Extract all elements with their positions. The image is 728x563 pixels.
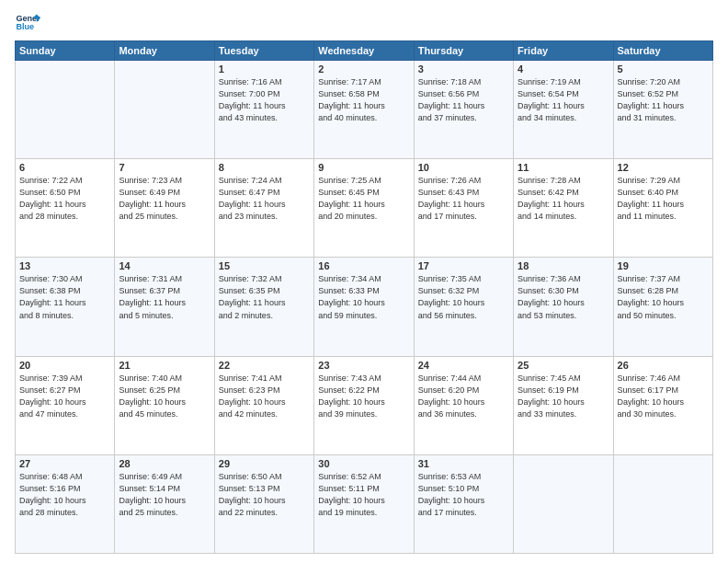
day-number: 9 (318, 162, 409, 173)
day-number: 17 (418, 260, 509, 271)
day-detail: Sunrise: 7:45 AM Sunset: 6:19 PM Dayligh… (518, 373, 609, 420)
day-number: 26 (618, 360, 709, 371)
calendar-cell: 4Sunrise: 7:19 AM Sunset: 6:54 PM Daylig… (514, 61, 613, 159)
calendar-cell: 19Sunrise: 7:37 AM Sunset: 6:28 PM Dayli… (613, 258, 712, 356)
day-detail: Sunrise: 7:17 AM Sunset: 6:58 PM Dayligh… (318, 76, 409, 124)
calendar-cell: 13Sunrise: 7:30 AM Sunset: 6:38 PM Dayli… (16, 258, 115, 356)
calendar-cell (514, 454, 613, 553)
day-detail: Sunrise: 7:22 AM Sunset: 6:50 PM Dayligh… (19, 175, 110, 223)
day-detail: Sunrise: 6:50 AM Sunset: 5:13 PM Dayligh… (219, 471, 310, 519)
calendar-cell: 14Sunrise: 7:31 AM Sunset: 6:37 PM Dayli… (115, 258, 214, 356)
calendar-cell: 3Sunrise: 7:18 AM Sunset: 6:56 PM Daylig… (414, 61, 513, 159)
day-detail: Sunrise: 7:16 AM Sunset: 7:00 PM Dayligh… (219, 76, 310, 124)
day-detail: Sunrise: 7:34 AM Sunset: 6:33 PM Dayligh… (318, 273, 409, 321)
day-detail: Sunrise: 7:20 AM Sunset: 6:52 PM Dayligh… (618, 76, 709, 124)
calendar-cell (115, 61, 214, 159)
day-number: 15 (219, 260, 310, 271)
day-detail: Sunrise: 7:29 AM Sunset: 6:40 PM Dayligh… (618, 175, 709, 223)
calendar-cell: 12Sunrise: 7:29 AM Sunset: 6:40 PM Dayli… (613, 159, 712, 258)
week-row-4: 20Sunrise: 7:39 AM Sunset: 6:27 PM Dayli… (16, 356, 713, 454)
day-number: 11 (518, 162, 609, 173)
weekday-header-saturday: Saturday (613, 41, 712, 61)
day-detail: Sunrise: 7:18 AM Sunset: 6:56 PM Dayligh… (418, 76, 509, 124)
day-number: 8 (219, 162, 310, 173)
day-detail: Sunrise: 7:28 AM Sunset: 6:42 PM Dayligh… (518, 175, 609, 223)
calendar-cell: 20Sunrise: 7:39 AM Sunset: 6:27 PM Dayli… (16, 356, 115, 454)
calendar-cell: 17Sunrise: 7:35 AM Sunset: 6:32 PM Dayli… (414, 258, 513, 356)
day-detail: Sunrise: 7:43 AM Sunset: 6:22 PM Dayligh… (318, 373, 409, 420)
calendar-cell: 15Sunrise: 7:32 AM Sunset: 6:35 PM Dayli… (214, 258, 313, 356)
week-row-3: 13Sunrise: 7:30 AM Sunset: 6:38 PM Dayli… (16, 258, 713, 356)
calendar-cell: 6Sunrise: 7:22 AM Sunset: 6:50 PM Daylig… (16, 159, 115, 258)
calendar-cell: 25Sunrise: 7:45 AM Sunset: 6:19 PM Dayli… (514, 356, 613, 454)
calendar-cell: 8Sunrise: 7:24 AM Sunset: 6:47 PM Daylig… (214, 159, 313, 258)
day-detail: Sunrise: 7:31 AM Sunset: 6:37 PM Dayligh… (119, 273, 210, 321)
day-detail: Sunrise: 7:30 AM Sunset: 6:38 PM Dayligh… (19, 273, 110, 321)
calendar-cell: 5Sunrise: 7:20 AM Sunset: 6:52 PM Daylig… (613, 61, 712, 159)
calendar-cell: 23Sunrise: 7:43 AM Sunset: 6:22 PM Dayli… (314, 356, 414, 454)
day-number: 1 (219, 63, 310, 75)
weekday-header-monday: Monday (115, 41, 214, 61)
calendar-cell: 31Sunrise: 6:53 AM Sunset: 5:10 PM Dayli… (414, 454, 513, 553)
day-number: 13 (19, 260, 110, 271)
day-number: 21 (119, 360, 210, 371)
day-number: 23 (318, 360, 409, 371)
day-detail: Sunrise: 7:37 AM Sunset: 6:28 PM Dayligh… (618, 273, 709, 321)
day-number: 22 (219, 360, 310, 371)
day-detail: Sunrise: 7:35 AM Sunset: 6:32 PM Dayligh… (418, 273, 509, 321)
calendar-cell: 26Sunrise: 7:46 AM Sunset: 6:17 PM Dayli… (613, 356, 712, 454)
weekday-header-tuesday: Tuesday (214, 41, 313, 61)
day-detail: Sunrise: 7:24 AM Sunset: 6:47 PM Dayligh… (219, 175, 310, 223)
weekday-header-sunday: Sunday (16, 41, 115, 61)
day-number: 18 (518, 260, 609, 271)
day-number: 28 (119, 458, 210, 469)
calendar-cell: 2Sunrise: 7:17 AM Sunset: 6:58 PM Daylig… (314, 61, 414, 159)
day-number: 31 (418, 458, 509, 469)
logo: General Blue (15, 9, 40, 35)
weekday-header-thursday: Thursday (414, 41, 513, 61)
logo-icon: General Blue (15, 9, 40, 35)
day-number: 25 (518, 360, 609, 371)
calendar-cell: 24Sunrise: 7:44 AM Sunset: 6:20 PM Dayli… (414, 356, 513, 454)
day-number: 30 (318, 458, 409, 469)
day-detail: Sunrise: 7:19 AM Sunset: 6:54 PM Dayligh… (518, 76, 609, 124)
day-detail: Sunrise: 7:44 AM Sunset: 6:20 PM Dayligh… (418, 373, 509, 420)
calendar-cell: 10Sunrise: 7:26 AM Sunset: 6:43 PM Dayli… (414, 159, 513, 258)
calendar-cell: 28Sunrise: 6:49 AM Sunset: 5:14 PM Dayli… (115, 454, 214, 553)
day-detail: Sunrise: 7:41 AM Sunset: 6:23 PM Dayligh… (219, 373, 310, 420)
day-detail: Sunrise: 7:40 AM Sunset: 6:25 PM Dayligh… (119, 373, 210, 420)
calendar-cell: 27Sunrise: 6:48 AM Sunset: 5:16 PM Dayli… (16, 454, 115, 553)
day-detail: Sunrise: 7:25 AM Sunset: 6:45 PM Dayligh… (318, 175, 409, 223)
day-detail: Sunrise: 7:23 AM Sunset: 6:49 PM Dayligh… (119, 175, 210, 223)
day-detail: Sunrise: 6:48 AM Sunset: 5:16 PM Dayligh… (19, 471, 110, 519)
day-detail: Sunrise: 7:32 AM Sunset: 6:35 PM Dayligh… (219, 273, 310, 321)
day-number: 7 (119, 162, 210, 173)
calendar-cell: 30Sunrise: 6:52 AM Sunset: 5:11 PM Dayli… (314, 454, 414, 553)
day-number: 4 (518, 63, 609, 75)
day-number: 6 (19, 162, 110, 173)
weekday-header-wednesday: Wednesday (314, 41, 414, 61)
calendar-cell (16, 61, 115, 159)
calendar-cell: 18Sunrise: 7:36 AM Sunset: 6:30 PM Dayli… (514, 258, 613, 356)
week-row-1: 1Sunrise: 7:16 AM Sunset: 7:00 PM Daylig… (16, 61, 713, 159)
day-detail: Sunrise: 6:52 AM Sunset: 5:11 PM Dayligh… (318, 471, 409, 519)
day-detail: Sunrise: 7:36 AM Sunset: 6:30 PM Dayligh… (518, 273, 609, 321)
day-number: 2 (318, 63, 409, 75)
day-detail: Sunrise: 7:39 AM Sunset: 6:27 PM Dayligh… (19, 373, 110, 420)
day-number: 29 (219, 458, 310, 469)
calendar-cell (613, 454, 712, 553)
day-number: 5 (618, 63, 709, 75)
svg-text:Blue: Blue (16, 22, 34, 31)
day-detail: Sunrise: 6:49 AM Sunset: 5:14 PM Dayligh… (119, 471, 210, 519)
day-detail: Sunrise: 6:53 AM Sunset: 5:10 PM Dayligh… (418, 471, 509, 519)
day-number: 19 (618, 260, 709, 271)
day-number: 24 (418, 360, 509, 371)
calendar-cell: 29Sunrise: 6:50 AM Sunset: 5:13 PM Dayli… (214, 454, 313, 553)
week-row-5: 27Sunrise: 6:48 AM Sunset: 5:16 PM Dayli… (16, 454, 713, 553)
day-number: 3 (418, 63, 509, 75)
calendar-cell: 21Sunrise: 7:40 AM Sunset: 6:25 PM Dayli… (115, 356, 214, 454)
weekday-header-friday: Friday (514, 41, 613, 61)
day-number: 14 (119, 260, 210, 271)
day-detail: Sunrise: 7:26 AM Sunset: 6:43 PM Dayligh… (418, 175, 509, 223)
day-number: 27 (19, 458, 110, 469)
